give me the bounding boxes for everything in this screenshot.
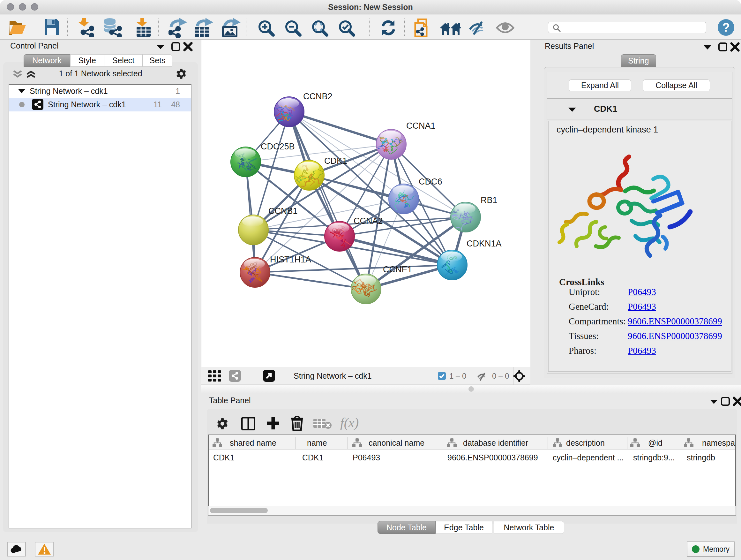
svg-text:CCNB1: CCNB1 [268, 206, 298, 216]
svg-text:RB1: RB1 [481, 195, 497, 205]
svg-text:HIST1H1A: HIST1H1A [270, 255, 311, 264]
svg-text:CDKN1A: CDKN1A [467, 239, 502, 248]
svg-text:CCNE1: CCNE1 [383, 265, 412, 274]
svg-text:CDC6: CDC6 [419, 177, 442, 186]
svg-text:CCNB2: CCNB2 [303, 91, 333, 101]
svg-text:CCNA2: CCNA2 [354, 216, 383, 226]
svg-text:CDK1: CDK1 [324, 156, 347, 166]
svg-text:CCNA1: CCNA1 [406, 121, 435, 131]
svg-text:CDC25B: CDC25B [261, 142, 295, 151]
